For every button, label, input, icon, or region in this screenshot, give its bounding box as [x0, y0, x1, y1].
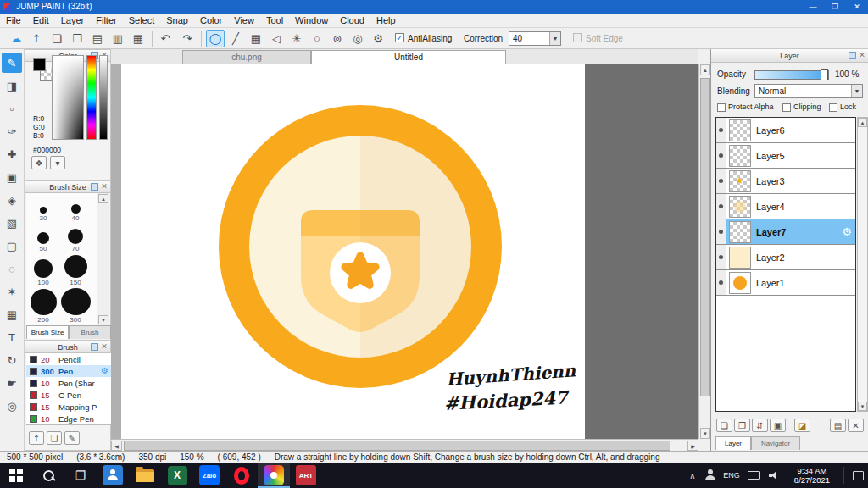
opacity-slider[interactable] [754, 70, 829, 80]
layer-visibility-icon[interactable] [716, 245, 726, 269]
tab-brush-control[interactable]: Brush Control [69, 325, 111, 339]
save-icon[interactable]: ☁ [7, 30, 25, 47]
layer-row-layer6[interactable]: Layer6 [716, 118, 855, 143]
lock-checkbox[interactable] [829, 103, 837, 112]
menu-color[interactable]: Color [194, 14, 228, 27]
brush-size-200[interactable]: 200 [31, 288, 55, 324]
redo-icon[interactable]: ↷ [178, 30, 197, 47]
search-button[interactable] [32, 463, 64, 488]
scroll-down-icon[interactable]: ▼ [98, 315, 108, 324]
dropdown-arrow-icon[interactable]: ▼ [549, 32, 560, 45]
arrow-tool-icon[interactable]: ◁ [267, 30, 286, 47]
line-tool-icon[interactable]: ╱ [226, 30, 245, 47]
tab-untitled[interactable]: Untitled [311, 50, 506, 64]
protect-alpha-checkbox[interactable] [717, 103, 726, 112]
menu-cloud[interactable]: Cloud [334, 14, 370, 27]
menu-select[interactable]: Select [123, 14, 161, 27]
delete-layer-icon[interactable]: ✕ [848, 419, 864, 432]
menu-tool[interactable]: Tool [260, 14, 289, 27]
language-indicator[interactable]: ENG [720, 463, 743, 488]
ellipse-tool-icon[interactable]: ◯ [206, 30, 225, 47]
grid-tool-icon[interactable]: ▦ [247, 30, 265, 47]
float-panel-icon[interactable] [91, 183, 98, 191]
menu-filter[interactable]: Filter [90, 14, 122, 27]
foreground-color-swatch[interactable] [33, 58, 46, 71]
layer-visibility-icon[interactable] [716, 270, 726, 295]
maximize-button[interactable]: ❐ [824, 0, 846, 14]
softedge-checkbox[interactable] [573, 33, 582, 42]
value-bar[interactable] [99, 55, 108, 140]
layer-row-layer4[interactable]: Layer4 [716, 194, 855, 219]
koma-grid-icon[interactable]: ▦ [129, 30, 147, 47]
close-panel-icon[interactable]: ✕ [100, 181, 108, 192]
tray-expand-button[interactable]: ∧ [684, 463, 701, 488]
magic-wand-tool-icon[interactable]: ✶ [2, 281, 22, 302]
circle-tool-icon[interactable]: ○ [308, 30, 326, 47]
menu-view[interactable]: View [228, 14, 260, 27]
select-pen-tool-icon[interactable]: ▣ [2, 167, 22, 187]
action-center-button[interactable] [848, 463, 868, 488]
float-panel-icon[interactable] [849, 52, 856, 59]
layer-material-icon[interactable]: ▤ [830, 419, 846, 432]
taskbar-app-art[interactable]: ART [290, 463, 322, 488]
perspective-tool-icon[interactable]: ◎ [348, 30, 367, 47]
minimize-button[interactable]: — [802, 0, 824, 14]
antialiasing-checkbox[interactable]: ✓ [395, 33, 404, 42]
opacity-slider-handle[interactable] [821, 69, 828, 80]
layer-visibility-icon[interactable] [716, 143, 726, 168]
vertical-scroll-thumb[interactable] [700, 78, 710, 396]
palette-icon[interactable]: ❖ [31, 156, 47, 169]
correction-dropdown[interactable]: 40 ▼ [509, 31, 561, 46]
layer-list-scrollbar[interactable]: ▲ ▼ [857, 117, 868, 412]
new-layer-icon[interactable]: ❏ [716, 419, 732, 432]
scroll-down-icon[interactable]: ▼ [700, 428, 710, 439]
material-settings-icon[interactable]: ⚙ [369, 30, 387, 47]
taskbar-app-opera[interactable] [225, 463, 258, 488]
taskbar-app-explorer[interactable] [129, 463, 161, 488]
duplicate-layer-icon[interactable]: ❐ [734, 419, 750, 432]
touch-keyboard-button[interactable] [743, 463, 764, 488]
pattern-tool-icon[interactable]: ▦ [2, 304, 22, 324]
menu-window[interactable]: Window [289, 14, 334, 27]
spiral-tool-icon[interactable]: ⊚ [328, 30, 347, 47]
layer-visibility-icon[interactable] [716, 219, 726, 244]
scroll-right-icon[interactable]: ▶ [687, 441, 698, 451]
layer-settings-gear-icon[interactable]: ⚙ [842, 225, 852, 238]
layer-visibility-icon[interactable] [716, 194, 726, 219]
export-icon[interactable]: ↥ [27, 30, 46, 47]
brush-item-mapping-pen[interactable]: 15Mapping P [26, 401, 111, 413]
taskbar-app-zalo[interactable]: Zalo [193, 463, 225, 488]
layer-visibility-icon[interactable] [716, 169, 726, 193]
tab-navigator[interactable]: Navigator [751, 436, 800, 450]
hue-bar[interactable] [86, 55, 97, 140]
comment-icon[interactable]: ❏ [47, 30, 66, 47]
merge-layer-icon[interactable]: ▣ [770, 419, 786, 432]
zoom-tool-icon[interactable]: ◎ [2, 396, 22, 416]
brush-size-100[interactable]: 100 [31, 254, 55, 286]
layer-visibility-icon[interactable] [716, 118, 726, 142]
layer-row-layer5[interactable]: Layer5 [716, 143, 855, 169]
brush-size-40[interactable]: 40 [64, 195, 87, 222]
scroll-up-icon[interactable]: ▲ [858, 118, 867, 127]
tray-user-button[interactable] [701, 463, 720, 488]
close-panel-icon[interactable]: ✕ [100, 341, 108, 352]
publish-icon[interactable]: ❒ [68, 30, 86, 47]
taskbar-app-people[interactable] [97, 463, 129, 488]
move-layer-icon[interactable]: ⇵ [752, 419, 768, 432]
brush-settings-gear-icon[interactable]: ⚙ [101, 366, 108, 375]
brush-item-pencil[interactable]: 20Pencil [26, 353, 111, 365]
menu-snap[interactable]: Snap [160, 14, 194, 27]
menu-edit[interactable]: Edit [27, 14, 55, 27]
pen-tool-icon[interactable]: ✑ [2, 121, 22, 141]
tab-layer[interactable]: Layer [715, 436, 751, 450]
menu-file[interactable]: File [0, 14, 27, 27]
clock[interactable]: 9:34 AM 8/27/2021 [784, 463, 840, 488]
scroll-up-icon[interactable]: ▲ [700, 64, 710, 75]
canvas-page[interactable]: HuynhThienn #Hoidap247 [121, 64, 585, 439]
horizontal-scrollbar[interactable]: ◀ ▶ [111, 439, 698, 451]
blending-dropdown[interactable]: Normal ▼ [754, 84, 863, 98]
layer-row-layer1[interactable]: Layer1 [716, 270, 855, 296]
close-button[interactable]: ✕ [846, 0, 868, 14]
move-tool-icon[interactable]: ✚ [2, 144, 22, 164]
taskbar-app-excel[interactable]: X [161, 463, 193, 488]
